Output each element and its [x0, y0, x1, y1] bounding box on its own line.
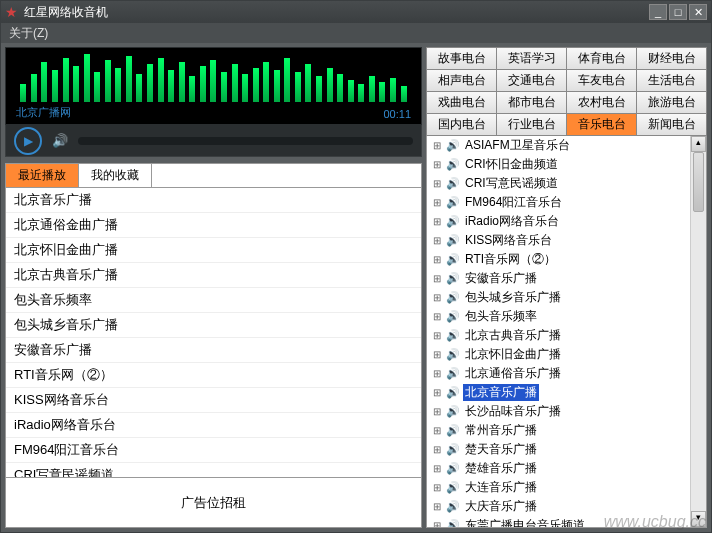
expand-icon[interactable]: ⊞: [431, 501, 443, 512]
expand-icon[interactable]: ⊞: [431, 311, 443, 322]
expand-icon[interactable]: ⊞: [431, 482, 443, 493]
list-item[interactable]: FM964阳江音乐台: [6, 438, 421, 463]
expand-icon[interactable]: ⊞: [431, 368, 443, 379]
tree-item[interactable]: ⊞🔊大连音乐广播: [427, 478, 690, 497]
expand-icon[interactable]: ⊞: [431, 330, 443, 341]
list-item[interactable]: 包头音乐频率: [6, 288, 421, 313]
tree-item[interactable]: ⊞🔊安徽音乐广播: [427, 269, 690, 288]
expand-icon[interactable]: ⊞: [431, 273, 443, 284]
tab-favorites[interactable]: 我的收藏: [79, 164, 152, 187]
expand-icon[interactable]: ⊞: [431, 406, 443, 417]
category-button[interactable]: 都市电台: [497, 92, 566, 113]
menu-about[interactable]: 关于(Z): [9, 25, 48, 42]
tree-item[interactable]: ⊞🔊楚天音乐广播: [427, 440, 690, 459]
tree-item[interactable]: ⊞🔊北京音乐广播: [427, 383, 690, 402]
tree-item[interactable]: ⊞🔊楚雄音乐广播: [427, 459, 690, 478]
scrollbar[interactable]: ▴ ▾: [690, 136, 706, 527]
recent-list[interactable]: 北京音乐广播北京通俗金曲广播北京怀旧金曲广播北京古典音乐广播包头音乐频率包头城乡…: [5, 187, 422, 478]
expand-icon[interactable]: ⊞: [431, 197, 443, 208]
tree-item[interactable]: ⊞🔊CRI怀旧金曲频道: [427, 155, 690, 174]
speaker-icon: 🔊: [446, 158, 460, 171]
expand-icon[interactable]: ⊞: [431, 216, 443, 227]
expand-icon[interactable]: ⊞: [431, 254, 443, 265]
minimize-button[interactable]: _: [649, 4, 667, 20]
vis-bar: [316, 76, 322, 102]
menu-bar: 关于(Z): [1, 23, 711, 43]
tree-item[interactable]: ⊞🔊北京古典音乐广播: [427, 326, 690, 345]
volume-icon[interactable]: 🔊: [52, 133, 68, 148]
expand-icon[interactable]: ⊞: [431, 159, 443, 170]
category-button[interactable]: 相声电台: [427, 70, 496, 91]
category-button[interactable]: 体育电台: [567, 48, 636, 69]
tree-item[interactable]: ⊞🔊北京通俗音乐广播: [427, 364, 690, 383]
list-item[interactable]: 安徽音乐广播: [6, 338, 421, 363]
list-item[interactable]: KISS网络音乐台: [6, 388, 421, 413]
tree-item[interactable]: ⊞🔊ASIAFM卫星音乐台: [427, 136, 690, 155]
tree-item[interactable]: ⊞🔊KISS网络音乐台: [427, 231, 690, 250]
progress-bar[interactable]: [78, 137, 413, 145]
list-item[interactable]: RTI音乐网（②）: [6, 363, 421, 388]
tree-label: 东莞广播电台音乐频道: [463, 517, 587, 528]
tree-label: 楚天音乐广播: [463, 441, 539, 458]
speaker-icon: 🔊: [446, 386, 460, 399]
scroll-down-button[interactable]: ▾: [691, 511, 706, 527]
tree-label: 楚雄音乐广播: [463, 460, 539, 477]
vis-bar: [63, 58, 69, 102]
tree-item[interactable]: ⊞🔊iRadio网络音乐台: [427, 212, 690, 231]
category-button[interactable]: 英语学习: [497, 48, 566, 69]
tree-item[interactable]: ⊞🔊东莞广播电台音乐频道: [427, 516, 690, 528]
tree-item[interactable]: ⊞🔊大庆音乐广播: [427, 497, 690, 516]
tree-item[interactable]: ⊞🔊常州音乐广播: [427, 421, 690, 440]
expand-icon[interactable]: ⊞: [431, 463, 443, 474]
tree-item[interactable]: ⊞🔊北京怀旧金曲广播: [427, 345, 690, 364]
list-item[interactable]: CRI写意民谣频道: [6, 463, 421, 478]
scroll-up-button[interactable]: ▴: [691, 136, 706, 152]
tree-item[interactable]: ⊞🔊包头城乡音乐广播: [427, 288, 690, 307]
category-button[interactable]: 新闻电台: [637, 114, 706, 135]
station-tree[interactable]: ⊞🔊ASIAFM卫星音乐台⊞🔊CRI怀旧金曲频道⊞🔊CRI写意民谣频道⊞🔊FM9…: [426, 136, 707, 528]
expand-icon[interactable]: ⊞: [431, 235, 443, 246]
tree-item[interactable]: ⊞🔊长沙品味音乐广播: [427, 402, 690, 421]
expand-icon[interactable]: ⊞: [431, 425, 443, 436]
expand-icon[interactable]: ⊞: [431, 292, 443, 303]
category-button[interactable]: 农村电台: [567, 92, 636, 113]
expand-icon[interactable]: ⊞: [431, 349, 443, 360]
category-button[interactable]: 音乐电台: [567, 114, 636, 135]
category-button[interactable]: 行业电台: [497, 114, 566, 135]
expand-icon[interactable]: ⊞: [431, 444, 443, 455]
expand-icon[interactable]: ⊞: [431, 387, 443, 398]
category-button[interactable]: 故事电台: [427, 48, 496, 69]
vis-bar: [189, 76, 195, 102]
speaker-icon: 🔊: [446, 405, 460, 418]
list-item[interactable]: 北京通俗金曲广播: [6, 213, 421, 238]
category-button[interactable]: 戏曲电台: [427, 92, 496, 113]
tree-item[interactable]: ⊞🔊FM964阳江音乐台: [427, 193, 690, 212]
category-button[interactable]: 国内电台: [427, 114, 496, 135]
tree-label: KISS网络音乐台: [463, 232, 554, 249]
play-button[interactable]: ▶: [14, 127, 42, 155]
tree-item[interactable]: ⊞🔊包头音乐频率: [427, 307, 690, 326]
maximize-button[interactable]: □: [669, 4, 687, 20]
tree-label: 北京音乐广播: [463, 384, 539, 401]
category-button[interactable]: 交通电台: [497, 70, 566, 91]
vis-bar: [263, 62, 269, 102]
expand-icon[interactable]: ⊞: [431, 520, 443, 528]
category-button[interactable]: 旅游电台: [637, 92, 706, 113]
list-item[interactable]: iRadio网络音乐台: [6, 413, 421, 438]
category-button[interactable]: 车友电台: [567, 70, 636, 91]
tab-recent[interactable]: 最近播放: [6, 164, 79, 187]
tree-item[interactable]: ⊞🔊CRI写意民谣频道: [427, 174, 690, 193]
speaker-icon: 🔊: [446, 443, 460, 456]
category-button[interactable]: 生活电台: [637, 70, 706, 91]
list-item[interactable]: 北京古典音乐广播: [6, 263, 421, 288]
category-button[interactable]: 财经电台: [637, 48, 706, 69]
list-item[interactable]: 北京怀旧金曲广播: [6, 238, 421, 263]
expand-icon[interactable]: ⊞: [431, 140, 443, 151]
list-item[interactable]: 北京音乐广播: [6, 188, 421, 213]
list-item[interactable]: 包头城乡音乐广播: [6, 313, 421, 338]
expand-icon[interactable]: ⊞: [431, 178, 443, 189]
vis-bar: [115, 68, 121, 102]
close-button[interactable]: ✕: [689, 4, 707, 20]
tree-item[interactable]: ⊞🔊RTI音乐网（②）: [427, 250, 690, 269]
scroll-thumb[interactable]: [693, 152, 704, 212]
